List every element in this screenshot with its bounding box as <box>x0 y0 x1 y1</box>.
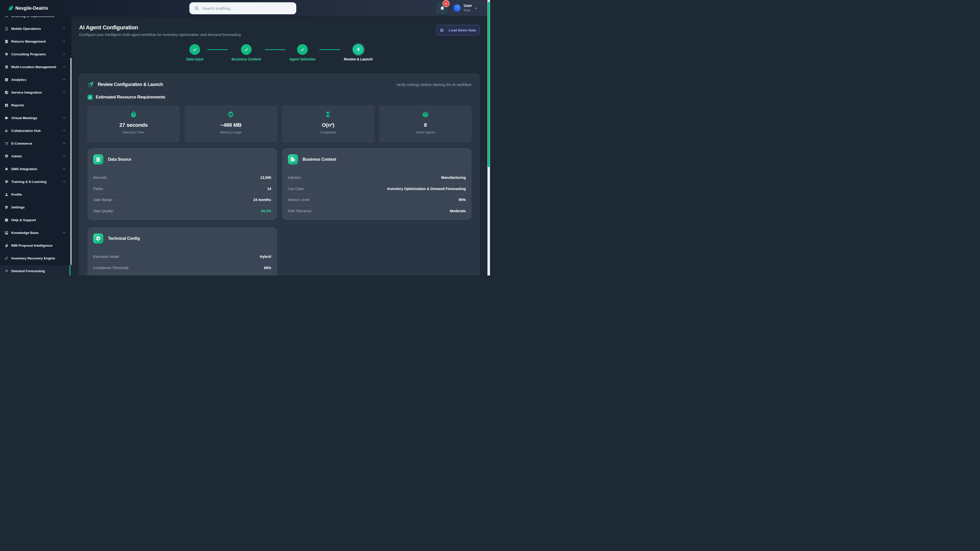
step-connector <box>265 49 285 50</box>
user-menu-chevron-icon[interactable] <box>474 6 478 10</box>
stat-card-memory-usage: ~488 MBMemory Usage <box>185 106 277 142</box>
check-icon <box>192 47 197 52</box>
stat-value: 27 seconds <box>88 122 179 128</box>
search-input[interactable] <box>202 6 292 11</box>
section-title: Estimated Resource Requirements <box>96 95 165 100</box>
info-row: Records:12,500 <box>93 172 271 183</box>
chevron-down-icon <box>62 78 65 81</box>
sidebar-item-mobile-operations[interactable]: Mobile Operations <box>0 23 72 34</box>
sidebar-item-demand-forecasting[interactable]: Demand Forecasting <box>0 265 72 275</box>
stat-label: Execution Time <box>88 130 179 134</box>
sidebar-item-e-commerce[interactable]: E-Commerce <box>0 138 72 149</box>
sidebar-item-virtual-meetings[interactable]: Virtual Meetings <box>0 112 72 124</box>
info-row: Execution Mode:Hybrid <box>93 251 271 262</box>
chevron-down-icon <box>62 180 65 183</box>
sidebar-item-label: Demand Forecasting <box>11 269 65 273</box>
page-scrollbar[interactable] <box>487 0 490 275</box>
step-business-context[interactable]: Business Context <box>231 44 261 61</box>
global-search[interactable] <box>189 2 296 14</box>
info-card-business-context: Business ContextIndustry:ManufacturingUs… <box>282 148 472 220</box>
info-row-value: 24 months <box>253 198 271 202</box>
sidebar-item-help-support[interactable]: Help & Support <box>0 214 72 225</box>
sidebar-item-inventory-recovery-engine[interactable]: Inventory Recovery Engine <box>0 252 72 264</box>
users-icon <box>5 129 8 133</box>
sidebar-item-collaboration-hub[interactable]: Collaboration Hub <box>0 125 72 136</box>
sidebar-item-consulting-programs[interactable]: Consulting Programs <box>0 48 72 60</box>
sidebar-item-rim-proposal-intelligence[interactable]: RIM Proposal Intelligence <box>0 240 72 251</box>
stat-card-complexity: ΣO(n²)Complexity <box>282 106 374 142</box>
info-rows: Execution Mode:HybridConfidence Threshol… <box>93 251 271 273</box>
stat-icon-wrap <box>88 111 179 118</box>
sidebar-item-label: Training & E-Learning <box>11 180 62 184</box>
info-row-value: 85% <box>264 266 271 270</box>
sidebar-item-service-integration[interactable]: Service Integration <box>0 87 72 98</box>
info-row-value: Hybrid <box>260 254 271 259</box>
page-title: AI Agent Configuration <box>79 24 241 31</box>
user-block[interactable]: User Role <box>464 4 472 12</box>
page-scrollbar-thumb[interactable] <box>488 2 490 167</box>
resource-stats: 27 secondsExecution Time~488 MBMemory Us… <box>88 106 471 142</box>
chevron-down-icon <box>62 65 65 68</box>
info-card-title: Data Source <box>108 157 131 162</box>
sidebar-item-label: DMS Integration <box>11 167 62 171</box>
top-header: Nexgile-Dealrix 4 User Role <box>0 0 487 16</box>
info-row-value: 94.2% <box>261 209 271 213</box>
step-review-launch[interactable]: 4Review & Launch <box>344 44 372 61</box>
server-icon <box>93 154 103 165</box>
notification-badge: 4 <box>443 1 449 6</box>
sidebar-item-admin[interactable]: Admin <box>0 151 72 162</box>
info-row-label: Records: <box>93 176 107 179</box>
avatar[interactable] <box>453 4 461 12</box>
sidebar-item-settings[interactable]: Settings <box>0 202 72 213</box>
info-row: Date Range:24 months <box>93 194 271 206</box>
info-row: Confidence Threshold:85% <box>93 262 271 274</box>
review-card-title: Review Configuration & Launch <box>98 82 396 87</box>
review-card-header: Review Configuration & Launch Verify set… <box>88 81 471 88</box>
truck-icon <box>5 16 8 18</box>
sidebar-item-label: RIM Proposal Intelligence <box>11 244 65 248</box>
stat-value: ~488 MB <box>185 122 277 128</box>
refresh-icon <box>5 256 8 260</box>
sidebar-item-returns-management[interactable]: Returns Management <box>0 36 72 47</box>
load-demo-data-button[interactable]: Load Demo Data <box>436 25 480 35</box>
sidebar-item-label: Admin <box>11 154 62 158</box>
report-chart-icon <box>5 103 8 107</box>
step-agent-selection[interactable]: Agent Selection <box>289 44 315 61</box>
chevron-down-icon <box>62 142 65 145</box>
user-name: User <box>464 4 472 8</box>
sidebar-item-dms-integration[interactable]: DMS Integration <box>0 163 72 175</box>
info-rows: Records:12,500Fields:14Date Range:24 mon… <box>93 172 271 217</box>
sidebar-nav: Ordering & ReplenishmentMobile Operation… <box>0 16 72 275</box>
stat-label: Active Agents <box>380 130 471 134</box>
sidebar-item-analytics[interactable]: Analytics <box>0 74 72 85</box>
step-connector <box>207 49 228 50</box>
review-card-hint: Verify settings before starting the AI w… <box>396 83 471 87</box>
info-row: Industry:Manufacturing <box>288 172 466 183</box>
info-row-value: Inventory Optimization & Demand Forecast… <box>387 187 466 191</box>
chevron-down-icon <box>62 27 65 30</box>
check-icon <box>244 47 249 52</box>
info-row-value: 14 <box>267 187 271 191</box>
sidebar-item-profile[interactable]: Profile <box>0 189 72 200</box>
search-icon <box>194 6 199 11</box>
sidebar-item-label: E-Commerce <box>11 141 62 145</box>
sidebar-item-multi-location-management[interactable]: Multi-Location Management <box>0 61 72 73</box>
building-icon <box>288 154 298 165</box>
sidebar-scrollbar-thumb[interactable] <box>70 58 72 265</box>
sidebar-item-reports[interactable]: Reports <box>0 100 72 111</box>
sidebar-item-label: Mobile Operations <box>11 27 62 30</box>
sidebar-item-label: Analytics <box>11 78 62 82</box>
info-row-label: Date Range: <box>93 198 113 202</box>
sidebar-item-label: Multi-Location Management <box>11 65 62 69</box>
sidebar-item-label: Service Integration <box>11 91 62 94</box>
sidebar-item-knowledge-base[interactable]: Knowledge Base <box>0 227 72 238</box>
info-row: Data Quality:94.2% <box>93 206 271 217</box>
stat-card-active-agents: 8Active Agents <box>380 106 471 142</box>
step-circle: 4 <box>353 44 364 55</box>
sidebar-item-label: Settings <box>11 205 65 209</box>
step-data-input[interactable]: Data Input <box>186 44 203 61</box>
sidebar-item-training-e-learning[interactable]: Training & E-Learning <box>0 176 72 187</box>
help-circle-icon <box>5 218 8 222</box>
sidebar-item-ordering-replenishment[interactable]: Ordering & Replenishment <box>0 16 72 21</box>
sigma-icon: Σ <box>326 111 331 118</box>
